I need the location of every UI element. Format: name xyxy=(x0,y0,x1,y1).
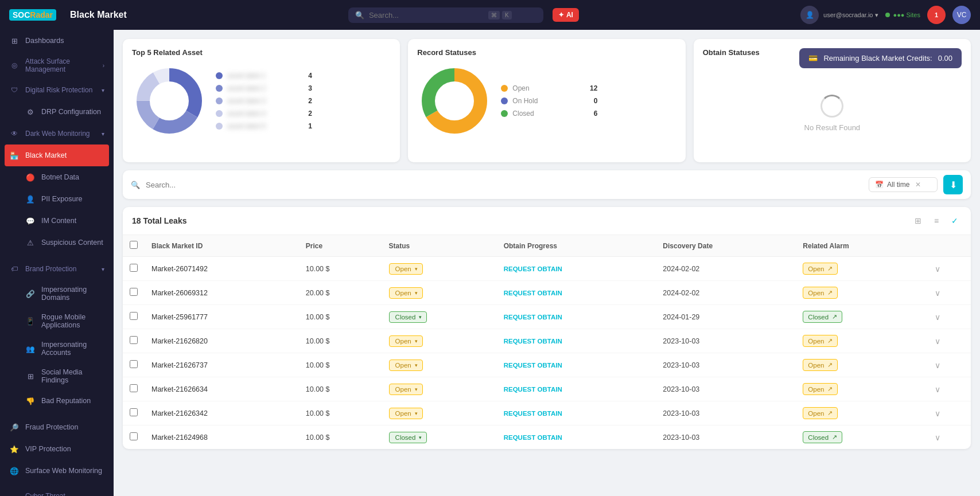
row-checkbox-2[interactable] xyxy=(130,312,138,320)
sidebar-item-pii[interactable]: 👤 PII Exposure xyxy=(0,188,114,210)
row-id-4: Market-21626737 xyxy=(145,353,299,377)
table-row: Market-26069312 20.00 $ Open ▾ REQUEST O… xyxy=(123,281,971,305)
alarm-badge-4[interactable]: Open ↗ xyxy=(803,359,838,371)
row-checkbox-cell-6 xyxy=(123,401,145,425)
sidebar-item-social-media[interactable]: ⊞ Social Media Findings xyxy=(0,362,114,390)
legend-value-1: 4 xyxy=(301,72,312,80)
ai-button[interactable]: ✦ AI xyxy=(553,8,579,22)
row-expand-3[interactable]: ∨ xyxy=(935,337,940,346)
row-expand-7[interactable]: ∨ xyxy=(935,433,940,442)
global-search[interactable]: 🔍 ⌘ K xyxy=(348,7,543,23)
request-obtain-3[interactable]: REQUEST OBTAIN xyxy=(504,338,562,345)
status-badge-3[interactable]: Open ▾ xyxy=(389,335,423,347)
request-obtain-4[interactable]: REQUEST OBTAIN xyxy=(504,362,562,369)
external-link-icon-0: ↗ xyxy=(827,265,833,272)
status-badge-6[interactable]: Open ▾ xyxy=(389,408,423,419)
request-obtain-1[interactable]: REQUEST OBTAIN xyxy=(504,290,562,296)
sidebar-item-botnet[interactable]: 🔴 Botnet Data xyxy=(0,166,114,188)
row-checkbox-3[interactable] xyxy=(130,336,138,344)
sidebar-item-dashboards[interactable]: ⊞ Dashboards xyxy=(0,30,114,52)
sidebar-item-cyber-threat[interactable]: ⚡ Cyber Threat Intelligence › xyxy=(0,486,114,496)
alarm-badge-6[interactable]: Open ↗ xyxy=(803,407,838,419)
donut-hole xyxy=(150,81,189,120)
sidebar-item-digital-risk[interactable]: 🛡 Digital Risk Protection ▾ xyxy=(0,79,114,101)
closed-dot xyxy=(501,110,508,117)
alarm-badge-2[interactable]: Closed ↗ xyxy=(803,311,842,323)
record-legend-closed: Closed 6 xyxy=(501,110,597,118)
row-expand-2[interactable]: ∨ xyxy=(935,313,940,322)
status-badge-4[interactable]: Open ▾ xyxy=(389,360,423,371)
request-obtain-5[interactable]: REQUEST OBTAIN xyxy=(504,386,562,393)
sidebar-item-black-market[interactable]: 🏪 Black Market xyxy=(5,144,109,166)
sidebar-item-vip[interactable]: ⭐ VIP Protection xyxy=(0,438,114,460)
table-row: Market-25961777 10.00 $ Closed ▾ REQUEST… xyxy=(123,305,971,329)
view-icons: ⊞ ≡ ✓ xyxy=(911,214,962,228)
sidebar-item-drp-config[interactable]: ⚙ DRP Configuration xyxy=(0,101,114,123)
row-expand-4[interactable]: ∨ xyxy=(935,361,940,370)
sidebar-item-attack-surface[interactable]: ◎ Attack Surface Management › xyxy=(0,52,114,79)
check-view-button[interactable]: ✓ xyxy=(948,214,962,228)
warning-icon: ⚠ xyxy=(25,237,36,248)
sidebar-label-surface: Surface Web Monitoring xyxy=(25,467,102,475)
status-arrow-6: ▾ xyxy=(415,411,418,416)
record-legend: Open 12 On Hold 0 Closed 6 xyxy=(501,84,597,118)
row-expand-6[interactable]: ∨ xyxy=(935,409,940,418)
date-filter[interactable]: 📅 All time ✕ xyxy=(869,177,938,192)
alarm-badge-5[interactable]: Open ↗ xyxy=(803,383,838,395)
row-expand-cell-5: ∨ xyxy=(928,377,971,401)
sidebar-item-impersonating-domains[interactable]: 🔗 Impersonating Domains xyxy=(0,280,114,307)
row-expand-0[interactable]: ∨ xyxy=(935,264,940,274)
row-checkbox-5[interactable] xyxy=(130,384,138,392)
alarm-badge-3[interactable]: Open ↗ xyxy=(803,335,838,347)
export-button[interactable]: ⬇ xyxy=(943,175,963,194)
sidebar-item-surface-web[interactable]: 🌐 Surface Web Monitoring xyxy=(0,460,114,482)
status-badge-1[interactable]: Open ▾ xyxy=(389,287,423,299)
sidebar-item-im[interactable]: 💬 IM Content xyxy=(0,210,114,232)
sidebar-item-rogue-mobile[interactable]: 📱 Rogue Mobile Applications xyxy=(0,307,114,335)
col-id: Black Market ID xyxy=(145,235,299,257)
row-expand-5[interactable]: ∨ xyxy=(935,385,940,394)
row-checkbox-4[interactable] xyxy=(130,360,138,368)
open-dot xyxy=(501,85,508,92)
request-obtain-2[interactable]: REQUEST OBTAIN xyxy=(504,314,562,321)
alarm-badge-7[interactable]: Closed ↗ xyxy=(803,431,842,443)
row-date-7: 2023-10-03 xyxy=(656,425,796,450)
request-obtain-0[interactable]: REQUEST OBTAIN xyxy=(504,265,562,272)
request-obtain-7[interactable]: REQUEST OBTAIN xyxy=(504,434,562,441)
external-link-icon-2: ↗ xyxy=(832,313,837,321)
clear-date-icon[interactable]: ✕ xyxy=(915,181,921,189)
list-view-button[interactable]: ≡ xyxy=(930,214,943,228)
col-date: Discovery Date xyxy=(656,235,796,257)
row-checkbox-cell-7 xyxy=(123,425,145,450)
user-avatar-initials[interactable]: VC xyxy=(952,6,971,24)
table-row: Market-21626820 10.00 $ Open ▾ REQUEST O… xyxy=(123,329,971,353)
grid-view-button[interactable]: ⊞ xyxy=(911,214,925,228)
sidebar-item-bad-reputation[interactable]: 👎 Bad Reputation xyxy=(0,390,114,412)
table-body: Market-26071492 10.00 $ Open ▾ REQUEST O… xyxy=(123,257,971,450)
col-price: Price xyxy=(299,235,382,257)
sidebar-item-brand[interactable]: 🏷 Brand Protection ▾ xyxy=(0,258,114,280)
row-expand-1[interactable]: ∨ xyxy=(935,288,940,298)
sidebar-item-impersonating-accounts[interactable]: 👥 Impersonating Accounts xyxy=(0,335,114,362)
row-checkbox-6[interactable] xyxy=(130,408,138,416)
sidebar-item-fraud[interactable]: 🔎 Fraud Protection xyxy=(0,416,114,438)
alarm-badge-0[interactable]: Open ↗ xyxy=(803,263,838,275)
search-input[interactable] xyxy=(369,11,484,19)
notification-button[interactable]: 1 xyxy=(927,6,946,24)
sidebar-item-dark-web[interactable]: 👁 Dark Web Monitoring ▾ xyxy=(0,123,114,144)
table-search-input[interactable] xyxy=(146,181,863,189)
status-badge-7[interactable]: Closed ▾ xyxy=(389,432,427,443)
status-badge-5[interactable]: Open ▾ xyxy=(389,384,423,395)
store-icon: 🏪 xyxy=(9,150,20,161)
link-icon: 🔗 xyxy=(25,288,36,299)
select-all-checkbox[interactable] xyxy=(130,241,138,249)
row-checkbox-7[interactable] xyxy=(130,432,138,440)
sidebar-item-suspicious[interactable]: ⚠ Suspicious Content xyxy=(0,232,114,253)
legend-label-4: asset.label.4 xyxy=(227,110,296,118)
status-badge-0[interactable]: Open ▾ xyxy=(389,263,423,275)
alarm-badge-1[interactable]: Open ↗ xyxy=(803,287,838,299)
request-obtain-6[interactable]: REQUEST OBTAIN xyxy=(504,410,562,417)
row-checkbox-0[interactable] xyxy=(130,264,138,272)
status-badge-2[interactable]: Closed ▾ xyxy=(389,311,427,323)
row-checkbox-1[interactable] xyxy=(130,288,138,296)
